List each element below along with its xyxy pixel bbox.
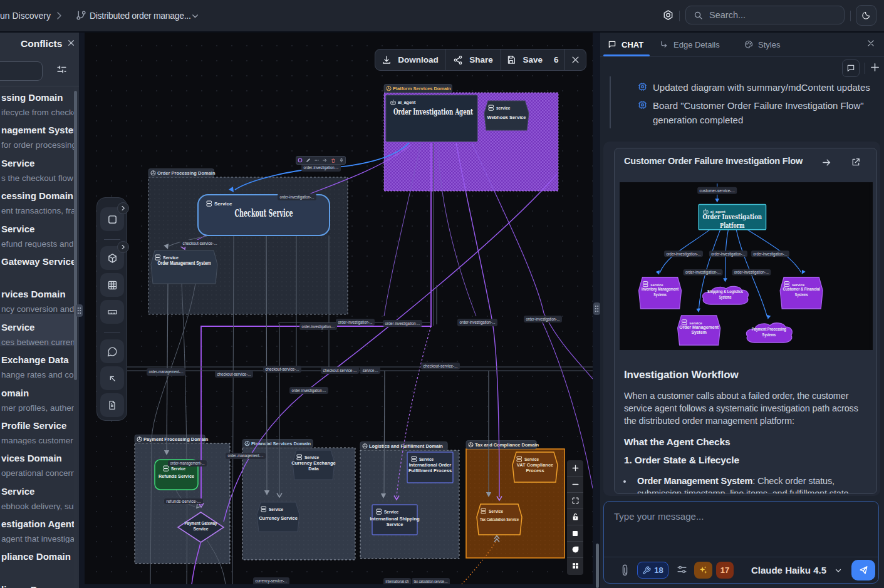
diagram-node[interactable]: serviceWebhook Service [484,101,529,130]
panel-close-icon[interactable] [866,39,875,48]
diagram-node[interactable]: Shipping & LogisticsSystems [703,286,749,304]
edge-label-pill[interactable]: international-sh [383,578,411,584]
sparkles-badge[interactable] [694,562,712,579]
diagram-node[interactable]: serviceCustomer & FinancialSystems [780,277,823,309]
comment-tool-button[interactable] [100,339,124,363]
filter-sliders-icon[interactable] [56,64,68,76]
widgets-button[interactable] [567,558,583,574]
edge-label-pill[interactable]: order-management-... [147,368,185,376]
open-board-arrow-icon[interactable] [821,157,832,168]
diagram-node[interactable]: ServiceTax Calculation Service [477,504,522,535]
diagram-node[interactable]: ServiceOrder Management System [151,250,217,284]
expand-tools-icon[interactable] [117,241,129,253]
model-settings-icon[interactable] [677,564,687,575]
grid-tool-button[interactable] [100,273,124,297]
edge-label-pill[interactable]: checkout-service-... [180,240,219,247]
edge-color-swatch[interactable] [298,158,303,163]
edge-pin-icon[interactable] [339,158,344,163]
conflict-list-item[interactable]: Gateway Service [0,248,74,281]
diagram-node[interactable]: ai_agentOrder Investigation Agent [386,95,477,142]
conflict-list-item[interactable]: Profile Servicemanages customer infor [0,412,74,445]
conflict-list-item[interactable]: rvices Domainncy conversion and fir [0,281,74,313]
fit-view-button[interactable] [567,493,583,509]
share-button[interactable]: Share [445,49,501,70]
diagram-node[interactable]: ServiceCheckout Service [198,195,330,235]
breadcrumb-project[interactable]: un Discovery [0,0,51,31]
edge-label-pill[interactable]: order-investigation-... [299,323,337,330]
edge-label-pill[interactable]: order-investigation-... [301,164,341,172]
conflict-list-item[interactable]: Serviceefund requests and co [0,215,74,248]
conflict-list-item[interactable]: omainmer profiles, authentica [0,379,74,412]
sidebar-scrollbar-thumb[interactable] [74,91,77,380]
conflict-list-item[interactable]: Serviceebhook delivery, subscri [0,478,74,510]
dark-mode-toggle[interactable] [856,5,876,26]
edge-label-pill[interactable]: checkout-service-... [321,367,359,374]
diagram-node[interactable]: ServiceInternational ShippingService [370,505,420,535]
conflicts-close-icon[interactable] [67,39,75,47]
tab-edge-details[interactable]: Edge Details [660,33,720,56]
diagram-node[interactable]: serviceInventory ManagementSystems [639,277,682,309]
zoom-out-button[interactable] [567,477,583,493]
panel-resize-handle[interactable] [593,302,600,315]
attach-file-icon[interactable] [621,564,629,577]
tools-count-badge[interactable]: 18 [637,562,668,579]
conflict-list-item[interactable]: nagement Systemfor order processing, s [0,116,74,149]
edge-label-pill[interactable]: order-investigation-... [524,316,562,322]
send-button[interactable] [851,560,875,580]
conflict-list-item[interactable]: vices Domainoperational concerns an [0,445,74,477]
conflict-list-item[interactable]: cessing Domainent transactions, fraud [0,182,74,215]
node-tool-button[interactable] [100,246,124,270]
search-input[interactable]: Search... [685,6,845,24]
close-toolbar-icon[interactable] [564,49,586,70]
board-preview-diagram[interactable]: ai_agentOrder InvestigationPlatformservi… [620,182,873,350]
edge-more-icon[interactable] [314,158,320,163]
thread-toggle-button[interactable] [842,59,860,77]
edge-label-pill[interactable]: currency-service-... [253,577,289,584]
zoom-in-button[interactable] [567,460,583,477]
diagram-node[interactable]: ServiceVAT ComplianceProcess [512,452,558,482]
conflict-list-item[interactable]: pliance Domain [0,543,74,575]
model-selector[interactable]: Claude Haiku 4.5 [751,565,826,575]
edge-label-pill[interactable]: order-investigation-... [664,250,703,257]
tab-styles[interactable]: Styles [744,33,780,56]
edge-label-pill[interactable]: order-investigation-... [751,250,789,257]
expand-tools-icon[interactable] [117,202,129,214]
diagram-node[interactable]: ai_agentOrder InvestigationPlatform [699,204,766,229]
conflicts-search-input[interactable] [0,61,43,81]
edge-label-pill[interactable]: checkout-service-... [421,363,460,369]
edge-delete-icon[interactable] [331,158,336,163]
tab-chat[interactable]: CHAT [608,33,643,56]
new-chat-button[interactable] [870,62,880,73]
edge-label-pill[interactable]: customer-service-... [697,187,737,194]
shape-button[interactable] [567,525,583,542]
document-tool-button[interactable] [100,393,124,417]
settings-gear-icon[interactable] [662,9,675,23]
conflict-list-item[interactable]: Services the checkout flow in [0,150,74,182]
panel-resize-handle[interactable] [76,304,83,317]
edge-arrow-icon[interactable] [322,158,328,163]
select-arrow-button[interactable] [100,366,124,390]
diagram-node[interactable]: serviceOrder ManagementSystem [678,316,720,345]
download-button[interactable]: Download [375,49,445,70]
edge-label-pill[interactable]: -service-... [360,367,380,374]
edge-label-pill[interactable]: order-investigation-... [383,320,422,327]
comments-button[interactable] [567,542,583,558]
edge-label-pill[interactable]: order-management-... [226,453,266,459]
edge-label-pill[interactable]: order-investigation-... [278,193,316,200]
edge-label-pill[interactable]: order-management-... [168,460,207,467]
ruler-tool-button[interactable] [100,300,124,324]
edge-label-pill[interactable]: checkout-service-... [263,366,301,373]
conflict-list-item[interactable]: ssing Domainifecycle from checkou [0,84,74,116]
edge-label-pill[interactable]: order-investigation-... [732,269,771,276]
board-canvas[interactable]: Platform Services DomainOrder Processing… [85,33,593,584]
edge-label-pill[interactable]: checkout-service-... [215,371,253,378]
edge-label-pill[interactable]: refunds-service-... [164,498,203,504]
message-input-box[interactable]: Type your message... 18 17 Claude Haiku … [603,501,879,584]
lock-button[interactable] [567,509,583,525]
panel-scrollbar-segment[interactable] [596,544,599,588]
edge-label-pill[interactable]: order-investigation-... [336,319,375,326]
edge-label-pill[interactable]: order-investigation-... [683,269,722,276]
diagram-node[interactable]: ServiceCurrency Service [257,502,299,532]
alerts-count-badge[interactable]: 17 [716,562,734,579]
conflict-list-item[interactable]: estigation Agentagent that investigates [0,510,74,543]
